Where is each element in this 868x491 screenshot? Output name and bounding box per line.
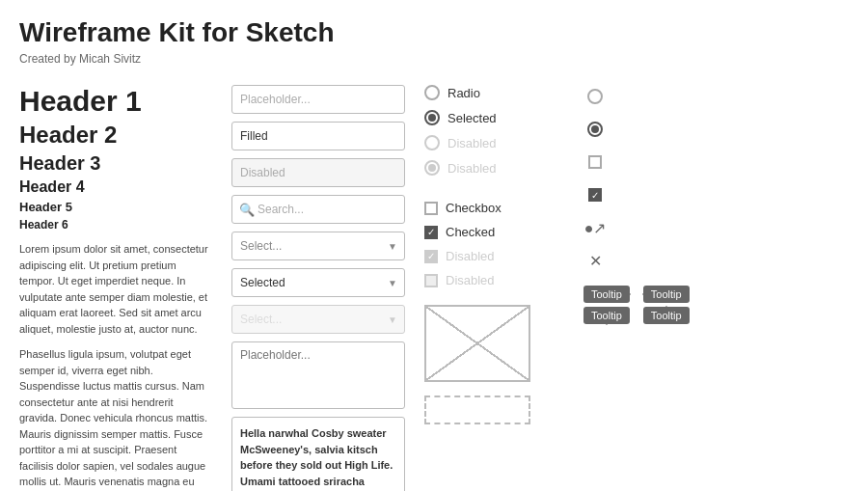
tooltip-label-2: Tooltip bbox=[651, 288, 682, 300]
checkbox-box-disabled-checked bbox=[424, 250, 438, 263]
column-headers-text: Header 1 Header 2 Header 3 Header 4 Head… bbox=[19, 85, 222, 491]
column-icons-tooltips: ●↗ ✕ Tooltip Tooltip Tooltip bbox=[574, 85, 699, 324]
placeholder-input[interactable] bbox=[231, 85, 405, 114]
textarea-content: Hella narwhal Cosby sweater McSweeney's,… bbox=[231, 417, 405, 491]
radio-empty-icon bbox=[587, 89, 603, 104]
checkbox-item-normal[interactable]: Checkbox bbox=[424, 201, 564, 215]
select-wrap-1: Select... Option 1 ▼ bbox=[231, 232, 405, 260]
heading-3: Header 3 bbox=[19, 152, 212, 175]
checkbox-item-disabled: Disabled bbox=[424, 273, 564, 287]
icon-radio-empty bbox=[583, 85, 607, 108]
tooltip-label-4: Tooltip bbox=[651, 310, 682, 321]
dashed-placeholder bbox=[424, 396, 530, 424]
heading-6: Header 6 bbox=[19, 218, 212, 232]
radio-selected-icon bbox=[587, 122, 603, 137]
search-input[interactable] bbox=[231, 195, 405, 224]
textarea-placeholder[interactable] bbox=[231, 341, 405, 409]
icon-close: ✕ bbox=[583, 249, 607, 272]
tooltip-row-2: Tooltip Tooltip bbox=[583, 307, 690, 324]
radio-circle-selected[interactable] bbox=[424, 110, 440, 125]
tooltip-row-1: Tooltip Tooltip bbox=[583, 286, 690, 303]
radio-circle-empty[interactable] bbox=[424, 85, 440, 100]
checkbox-box-checked[interactable] bbox=[424, 226, 438, 239]
search-wrap: 🔍 bbox=[231, 195, 405, 224]
search-icon-standalone: ●↗ bbox=[584, 219, 607, 237]
select-dropdown-1[interactable]: Select... Option 1 bbox=[231, 232, 405, 260]
checkbox-label-disabled: Disabled bbox=[446, 273, 495, 287]
icon-search: ●↗ bbox=[583, 216, 607, 239]
radio-item-disabled-filled: Disabled bbox=[424, 160, 564, 176]
tooltip-label-3: Tooltip bbox=[591, 310, 622, 321]
search-icon: 🔍 bbox=[239, 203, 255, 217]
page-subtitle: Created by Micah Sivitz bbox=[19, 52, 849, 66]
disabled-input bbox=[231, 158, 405, 187]
heading-2: Header 2 bbox=[19, 122, 212, 149]
checkbox-empty-icon bbox=[588, 155, 602, 169]
column-radio-checkbox: Radio Selected Disabled Disabled Checkbo… bbox=[415, 85, 574, 424]
radio-circle-disabled-filled bbox=[424, 160, 440, 176]
body-text-1: Lorem ipsum dolor sit amet, consectetur … bbox=[19, 241, 212, 337]
checkbox-item-disabled-checked: Disabled bbox=[424, 249, 564, 263]
heading-1: Header 1 bbox=[19, 85, 212, 118]
checkbox-label-checkbox: Checkbox bbox=[446, 201, 502, 215]
radio-item-selected[interactable]: Selected bbox=[424, 110, 564, 125]
tooltip-arrow-down: Tooltip bbox=[583, 307, 630, 324]
body-text-2: Phasellus ligula ipsum, volutpat eget se… bbox=[19, 346, 212, 491]
radio-label-disabled: Disabled bbox=[448, 136, 497, 150]
tooltip-section: Tooltip Tooltip Tooltip Tooltip bbox=[583, 286, 690, 324]
select-wrap-2: Selected Option 1 ▼ bbox=[231, 268, 405, 297]
page-title: Wireframe Kit for Sketch bbox=[19, 17, 849, 48]
radio-item-disabled: Disabled bbox=[424, 135, 564, 150]
tooltip-arrow-up: Tooltip bbox=[643, 307, 690, 324]
checkbox-label-checked: Checked bbox=[446, 225, 495, 239]
checkbox-item-checked[interactable]: Checked bbox=[424, 225, 564, 239]
checkbox-checked-icon bbox=[588, 188, 602, 202]
checkbox-box-disabled bbox=[424, 274, 438, 287]
radio-label-disabled-filled: Disabled bbox=[448, 161, 497, 176]
radio-label-radio: Radio bbox=[448, 86, 480, 100]
select-dropdown-disabled: Select... bbox=[231, 305, 405, 334]
checkbox-label-disabled-checked: Disabled bbox=[446, 249, 495, 263]
icon-checkbox-empty bbox=[583, 150, 607, 174]
tooltip-arrow-right: Tooltip bbox=[583, 286, 630, 303]
icon-radio-selected bbox=[583, 118, 607, 141]
heading-5: Header 5 bbox=[19, 200, 212, 214]
close-icon-standalone: ✕ bbox=[589, 252, 602, 270]
icon-checkbox-checked bbox=[583, 183, 607, 206]
filled-input[interactable] bbox=[231, 122, 405, 150]
radio-circle-disabled bbox=[424, 135, 440, 150]
select-dropdown-2[interactable]: Selected Option 1 bbox=[231, 268, 405, 297]
heading-4: Header 4 bbox=[19, 178, 212, 196]
checkbox-box-empty[interactable] bbox=[424, 202, 438, 215]
column-inputs: 🔍 Select... Option 1 ▼ Selected Option 1… bbox=[222, 85, 415, 491]
tooltip-label-1: Tooltip bbox=[591, 288, 622, 300]
image-placeholder bbox=[424, 305, 530, 382]
radio-item-normal[interactable]: Radio bbox=[424, 85, 564, 100]
radio-label-selected: Selected bbox=[448, 111, 497, 125]
select-wrap-disabled: Select... ▼ bbox=[231, 305, 405, 334]
